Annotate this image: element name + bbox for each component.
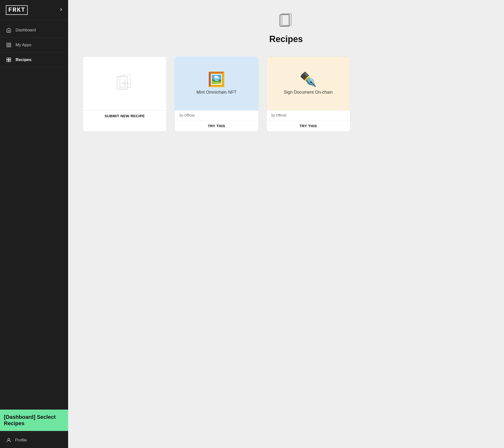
sign-doc-title: Sign Document On-chain [284,90,333,95]
sidebar-item-label: Dashboard [16,28,36,33]
card-body-sign: ✒️ Sign Document On-chain [267,57,350,110]
sidebar-nav: Dashboard My Apps [0,20,68,432]
add-recipe-icon [115,73,135,94]
card-body-submit [83,57,166,110]
profile-label: Profile [15,438,27,443]
nft-emoji-icon: 🖼️ [208,72,225,86]
sign-doc-author: by Official [267,110,350,120]
svg-point-8 [8,438,10,440]
sidebar-item-my-apps[interactable]: My Apps [0,38,68,53]
sidebar-item-dashboard[interactable]: Dashboard [0,23,68,38]
recipes-page-icon [278,12,295,30]
mint-nft-title: Mint Omnichain NFT [196,90,236,95]
page-header: Recipes [83,12,489,44]
sidebar-item-recipes[interactable]: Recipes [0,53,68,67]
card-footer-mint: by Official TRY THIS [175,110,258,131]
home-icon [6,27,12,33]
tooltip-banner: [Dashboard] Seclect Recipes [0,410,68,431]
svg-rect-12 [120,75,131,88]
sidebar: FRKT Dashboard [0,0,68,448]
svg-rect-6 [7,60,9,62]
svg-rect-10 [282,14,291,25]
pen-emoji-icon: ✒️ [299,72,317,86]
mint-nft-author: by Official [175,110,258,120]
sidebar-header: FRKT [0,0,68,20]
card-body-mint: 🖼️ Mint Omnichain NFT [175,57,258,110]
logo: FRKT [6,5,28,15]
sidebar-toggle-button[interactable] [59,7,63,13]
svg-rect-4 [7,58,9,60]
cards-grid: SUBMIT NEW RECIPE 🖼️ Mint Omnichain NFT … [83,56,350,132]
submit-new-recipe-card[interactable]: SUBMIT NEW RECIPE [83,56,167,132]
main-content: Recipes SUBMIT NEW RECIPE [68,0,504,448]
svg-rect-0 [7,43,8,45]
sign-document-card[interactable]: ✒️ Sign Document On-chain by Official TR… [266,56,350,132]
sidebar-item-label: My Apps [16,43,31,47]
sign-doc-try-button[interactable]: TRY THIS [267,120,350,131]
page-title: Recipes [269,34,303,44]
svg-rect-1 [9,43,11,45]
apps-icon [6,42,12,48]
svg-rect-2 [7,45,8,47]
sidebar-item-label: Recipes [16,57,31,62]
card-footer-submit: SUBMIT NEW RECIPE [83,110,166,121]
card-footer-sign: by Official TRY THIS [267,110,350,131]
svg-rect-9 [280,15,289,26]
recipes-icon [6,57,12,63]
mint-nft-card[interactable]: 🖼️ Mint Omnichain NFT by Official TRY TH… [174,56,258,132]
submit-new-recipe-button[interactable]: SUBMIT NEW RECIPE [83,110,166,121]
mint-nft-try-button[interactable]: TRY THIS [175,120,258,131]
svg-rect-3 [9,45,11,47]
sidebar-footer-profile[interactable]: Profile [0,432,68,448]
profile-icon [6,437,12,443]
